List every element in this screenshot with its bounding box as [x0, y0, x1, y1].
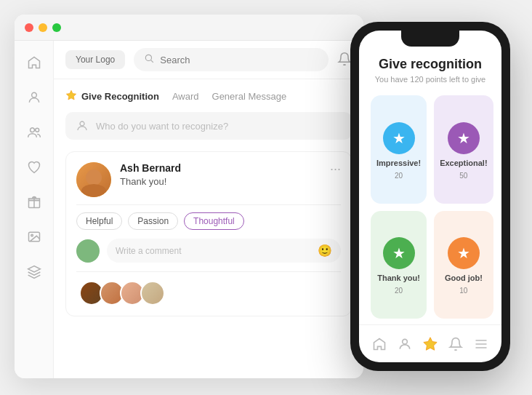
phone-nav-user[interactable] — [396, 335, 414, 353]
impressive-label: Impressive! — [376, 159, 421, 167]
avatar-4 — [140, 281, 165, 306]
who-recognize-placeholder: Who do you want to recognize? — [96, 121, 228, 132]
phone-screen: Give recognition You have 120 points lef… — [359, 31, 501, 362]
user-name: Ash Bernard — [120, 162, 321, 174]
exceptional-star-circle: ★ — [448, 122, 480, 154]
sidebar-item-layers[interactable] — [24, 262, 44, 282]
impressive-points: 20 — [395, 172, 403, 180]
search-bar — [134, 48, 329, 71]
card-header: Ash Bernard Thank you! ··· — [76, 162, 341, 197]
tab-general-message[interactable]: General Message — [212, 91, 287, 102]
scene: Your Logo — [0, 0, 532, 395]
svg-line-7 — [151, 60, 153, 63]
user-avatar — [76, 162, 111, 197]
top-bar: Your Logo — [54, 41, 363, 79]
sidebar-item-home[interactable] — [24, 52, 44, 73]
recognition-panel: Give Recognition Award General Message W… — [54, 79, 363, 378]
card-info: Ash Bernard Thank you! — [120, 162, 321, 187]
phone-frame: Give recognition You have 120 points lef… — [350, 22, 510, 371]
sidebar-item-heart[interactable] — [24, 157, 44, 177]
minimize-button[interactable] — [39, 23, 47, 32]
svg-point-10 — [402, 339, 407, 344]
tag-thoughtful[interactable]: Thoughtful — [184, 212, 244, 230]
phone-nav-home[interactable] — [371, 335, 388, 353]
svg-point-1 — [30, 128, 34, 132]
phone-nav-menu[interactable] — [472, 335, 490, 353]
close-button[interactable] — [25, 23, 33, 32]
comment-placeholder: Write a comment — [116, 246, 181, 256]
goodjob-points: 10 — [459, 287, 467, 295]
comment-row: Write a comment 🙂 — [76, 239, 341, 263]
phone-subtitle: You have 120 points left to give — [371, 75, 490, 84]
svg-point-9 — [80, 121, 84, 126]
sidebar — [15, 41, 54, 378]
star-icon-thankyou: ★ — [392, 244, 406, 262]
tab-give-recognition[interactable]: Give Recognition — [65, 89, 159, 103]
svg-point-5 — [31, 234, 33, 236]
titlebar — [15, 15, 363, 41]
tag-passion[interactable]: Passion — [128, 212, 178, 230]
goodjob-label: Good job! — [445, 274, 483, 282]
who-recognize-input[interactable]: Who do you want to recognize? — [65, 112, 352, 140]
phone-bottom-nav — [359, 324, 501, 362]
user-placeholder-icon — [76, 119, 89, 132]
svg-marker-11 — [424, 337, 437, 349]
star-icon-impressive: ★ — [392, 129, 406, 147]
svg-marker-8 — [66, 90, 76, 100]
phone-title: Give recognition — [371, 57, 490, 72]
search-icon — [144, 53, 154, 66]
bell-icon — [337, 52, 352, 66]
sidebar-item-gift[interactable] — [24, 192, 44, 212]
commenter-avatar — [76, 239, 100, 263]
tab-award[interactable]: Award — [172, 91, 199, 102]
svg-point-2 — [35, 128, 39, 132]
phone-wrapper: Give recognition You have 120 points lef… — [350, 22, 510, 371]
emoji-button[interactable]: 🙂 — [318, 244, 332, 258]
search-input[interactable] — [160, 55, 318, 65]
svg-point-0 — [31, 92, 36, 97]
main-content: Your Logo — [54, 41, 363, 378]
user-avatars-row — [76, 281, 341, 306]
recognition-tabs: Give Recognition Award General Message — [65, 89, 352, 103]
phone-card-impressive[interactable]: ★ Impressive! 20 — [371, 95, 427, 204]
avatar-image — [76, 162, 111, 197]
divider — [76, 204, 341, 205]
notifications-button[interactable] — [337, 52, 352, 68]
desktop-window: Your Logo — [15, 15, 363, 378]
thankyou-label: Thank you! — [377, 274, 420, 282]
logo-button[interactable]: Your Logo — [65, 50, 125, 69]
star-icon-exceptional: ★ — [457, 129, 470, 147]
thankyou-star-circle: ★ — [383, 237, 415, 269]
divider2 — [76, 271, 341, 272]
sidebar-item-user[interactable] — [24, 87, 44, 108]
recognition-message: Thank you! — [120, 176, 321, 187]
more-options-button[interactable]: ··· — [330, 162, 341, 175]
comment-input-wrapper[interactable]: Write a comment 🙂 — [107, 239, 341, 263]
exceptional-points: 50 — [459, 172, 467, 180]
recognition-card: Ash Bernard Thank you! ··· Helpful Passi… — [65, 151, 352, 316]
thankyou-points: 20 — [395, 287, 403, 295]
phone-nav-notifications[interactable] — [447, 335, 464, 353]
window-body: Your Logo — [15, 41, 363, 378]
phone-card-exceptional[interactable]: ★ Exceptional! 50 — [434, 95, 493, 204]
sidebar-item-image[interactable] — [24, 227, 44, 247]
star-tab-icon — [65, 89, 77, 103]
sidebar-item-users[interactable] — [24, 122, 44, 143]
phone-nav-recognition[interactable] — [422, 335, 439, 353]
fullscreen-button[interactable] — [52, 23, 61, 32]
phone-card-thankyou[interactable]: ★ Thank you! 20 — [371, 211, 427, 319]
tags-row: Helpful Passion Thoughtful — [76, 212, 341, 230]
exceptional-label: Exceptional! — [440, 159, 487, 167]
impressive-star-circle: ★ — [383, 122, 415, 154]
goodjob-star-circle: ★ — [448, 237, 480, 269]
star-icon-goodjob: ★ — [457, 244, 470, 262]
phone-notch — [401, 31, 459, 47]
tag-helpful[interactable]: Helpful — [76, 212, 122, 230]
svg-point-6 — [146, 55, 152, 60]
recognition-grid: ★ Impressive! 20 ★ Exceptional! 50 — [371, 95, 490, 319]
phone-card-goodjob[interactable]: ★ Good job! 10 — [434, 211, 493, 319]
phone-content: Give recognition You have 120 points lef… — [359, 47, 501, 324]
